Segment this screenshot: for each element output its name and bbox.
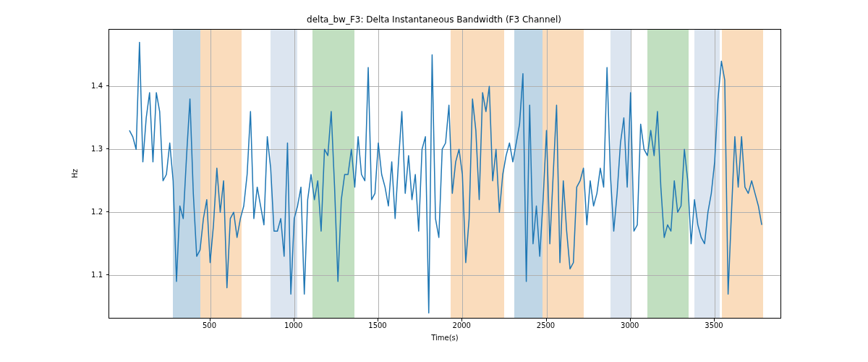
xtick-label: 1500: [368, 321, 386, 329]
ytick-mark: [106, 274, 109, 275]
xtick-mark: [714, 319, 715, 321]
ytick-label: 1.2: [91, 208, 103, 216]
figure: delta_bw_F3: Delta Instantaneous Bandwid…: [0, 0, 868, 362]
line-plot: [109, 30, 781, 319]
xtick-label: 2000: [453, 321, 471, 329]
ytick-label: 1.1: [91, 271, 103, 279]
ytick-label: 1.4: [91, 82, 103, 90]
data-series-line: [129, 42, 762, 313]
xtick-label: 3000: [621, 321, 639, 329]
xtick-label: 500: [203, 321, 216, 329]
xtick-mark: [546, 319, 547, 321]
xtick-mark: [378, 319, 378, 321]
xtick-label: 1000: [284, 321, 302, 329]
xtick-mark: [294, 319, 294, 321]
ytick-mark: [106, 148, 109, 149]
xtick-label: 2500: [537, 321, 555, 329]
ytick-label: 1.3: [91, 145, 103, 153]
chart-title: delta_bw_F3: Delta Instantaneous Bandwid…: [0, 14, 868, 25]
xtick-label: 3500: [705, 321, 723, 329]
y-axis-label: Hz: [71, 29, 78, 319]
x-axis-label: Time(s): [109, 334, 781, 342]
plot-area: [109, 29, 781, 319]
axes: Time(s) Hz 500 1000 1500 2000 2500 3000 …: [109, 29, 781, 319]
xtick-mark: [630, 319, 631, 321]
ytick-mark: [106, 211, 109, 212]
xtick-mark: [210, 319, 210, 321]
xtick-mark: [461, 319, 462, 321]
ytick-mark: [106, 85, 109, 86]
